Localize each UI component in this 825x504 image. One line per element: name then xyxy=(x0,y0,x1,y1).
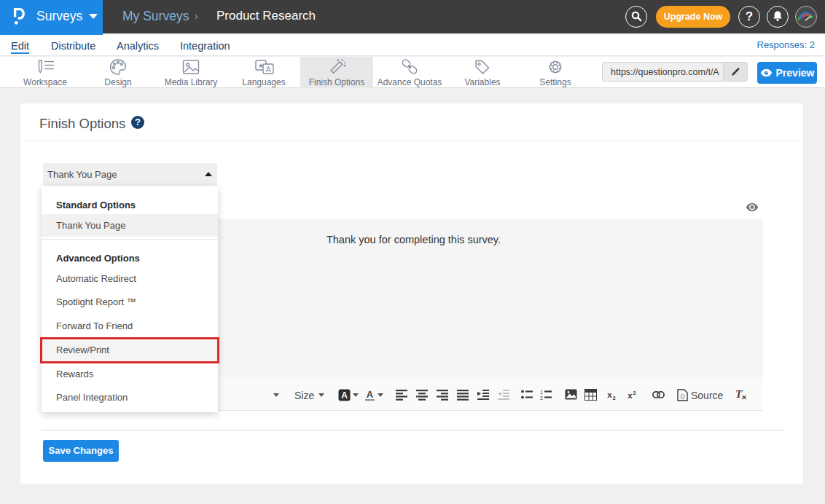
svg-text:x: x xyxy=(627,391,633,400)
svg-text:A: A xyxy=(266,66,271,74)
svg-text:2: 2 xyxy=(540,395,543,401)
svg-text:〈〉: 〈〉 xyxy=(681,393,685,400)
svg-text:1: 1 xyxy=(540,390,543,395)
svg-text:A: A xyxy=(341,390,348,401)
svg-text:2: 2 xyxy=(612,395,615,401)
svg-text:★: ★ xyxy=(258,62,264,69)
svg-text:✕: ✕ xyxy=(741,394,747,401)
svg-text:2: 2 xyxy=(633,390,636,396)
svg-text:A: A xyxy=(367,389,374,400)
svg-text:x: x xyxy=(607,390,612,399)
